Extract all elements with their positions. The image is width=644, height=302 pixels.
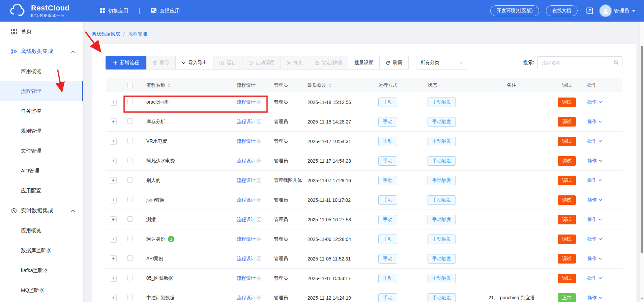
- action-dropdown[interactable]: 操作: [582, 236, 622, 242]
- toolbar-button[interactable]: 批量设置: [348, 56, 380, 70]
- debug-button[interactable]: 调试: [558, 156, 576, 166]
- select-all-checkbox[interactable]: [127, 83, 133, 88]
- chevron-up-icon[interactable]: [71, 210, 75, 212]
- flow-design-link[interactable]: 流程设计: [237, 217, 274, 223]
- status-normal-badge[interactable]: 正常: [558, 293, 576, 302]
- sidebar-item[interactable]: 规则管理: [0, 121, 83, 141]
- action-dropdown[interactable]: 操作: [582, 295, 622, 301]
- scrollbar-down-arrow[interactable]: [641, 298, 643, 300]
- sidebar-item[interactable]: 任务监控: [0, 101, 83, 121]
- flow-design-link[interactable]: 流程设计: [237, 119, 274, 125]
- trash-icon: [153, 60, 157, 65]
- col-modified[interactable]: 最后修改: [308, 82, 326, 88]
- sidebar-item[interactable]: 应用概览: [0, 221, 83, 241]
- action-dropdown[interactable]: 操作: [582, 275, 622, 281]
- debug-button[interactable]: 调试: [558, 254, 576, 264]
- debug-button[interactable]: 调试: [558, 195, 576, 205]
- toolbar-button[interactable]: 启动调度: [242, 56, 281, 70]
- row-checkbox[interactable]: [127, 255, 133, 261]
- sidebar-item[interactable]: 文件管理: [0, 141, 83, 161]
- row-checkbox[interactable]: [127, 158, 133, 163]
- flow-design-link[interactable]: 流程设计: [237, 177, 274, 184]
- action-dropdown[interactable]: 操作: [582, 256, 622, 262]
- expand-row-button[interactable]: +: [110, 177, 117, 184]
- row-checkbox[interactable]: [127, 138, 133, 143]
- expand-row-button[interactable]: +: [110, 275, 117, 282]
- expand-row-button[interactable]: +: [110, 295, 117, 301]
- sidebar-group[interactable]: 实时数据集成: [0, 201, 83, 221]
- debug-button[interactable]: 调试: [558, 98, 576, 107]
- breadcrumb-current[interactable]: 流程管理: [128, 31, 147, 37]
- toolbar-button[interactable]: 运行: [213, 56, 242, 70]
- toolbar-button[interactable]: 停止: [281, 56, 309, 70]
- sidebar-item[interactable]: 首页: [0, 22, 83, 42]
- row-checkbox[interactable]: [127, 216, 133, 222]
- sidebar-group[interactable]: 离线数据集成: [0, 42, 83, 61]
- debug-button[interactable]: 调试: [558, 176, 576, 185]
- row-checkbox[interactable]: [127, 275, 133, 280]
- flow-design-link[interactable]: 流程设计: [237, 275, 274, 281]
- env-badge[interactable]: 开发环境(社区版): [490, 5, 539, 16]
- sidebar-item[interactable]: kafka监听器: [0, 260, 83, 280]
- col-name[interactable]: 流程名称: [146, 82, 165, 88]
- expand-row-button[interactable]: +: [110, 138, 117, 145]
- docs-link[interactable]: 在线文档: [546, 5, 578, 16]
- toolbar-button[interactable]: 删除: [146, 56, 176, 70]
- action-dropdown[interactable]: 操作: [582, 177, 622, 184]
- sidebar-item[interactable]: 应用配置: [0, 181, 83, 201]
- flow-design-link[interactable]: 流程设计: [237, 99, 274, 105]
- row-checkbox[interactable]: [127, 177, 133, 183]
- nav-live-app[interactable]: 直播应用: [148, 8, 182, 14]
- sort-icon[interactable]: [329, 83, 331, 87]
- action-dropdown[interactable]: 操作: [582, 99, 622, 105]
- chevron-up-icon[interactable]: [71, 50, 75, 53]
- sidebar-item[interactable]: 数据库监听器: [0, 241, 83, 260]
- debug-button[interactable]: 调试: [558, 235, 576, 244]
- search-input[interactable]: [537, 56, 622, 69]
- flow-design-link[interactable]: 流程设计: [237, 138, 274, 144]
- row-checkbox[interactable]: [127, 295, 133, 300]
- user-menu[interactable]: 管理员: [600, 5, 635, 17]
- sort-icon[interactable]: [168, 83, 170, 87]
- debug-button[interactable]: 调试: [558, 215, 576, 224]
- share-icon[interactable]: [586, 7, 593, 14]
- row-checkbox[interactable]: [127, 197, 133, 202]
- sidebar-item[interactable]: 流程管理: [0, 81, 83, 101]
- expand-row-button[interactable]: +: [110, 197, 117, 203]
- sidebar-item[interactable]: 应用概览: [0, 61, 83, 81]
- flow-design-link[interactable]: 流程设计: [237, 158, 274, 164]
- row-checkbox[interactable]: [127, 236, 133, 241]
- debug-button[interactable]: 调试: [558, 137, 576, 146]
- debug-button[interactable]: 调试: [558, 117, 576, 127]
- sidebar-item[interactable]: API管理: [0, 161, 83, 181]
- expand-row-button[interactable]: +: [110, 99, 117, 106]
- flow-design-link[interactable]: 流程设计: [237, 256, 274, 262]
- action-dropdown[interactable]: 操作: [582, 217, 622, 223]
- action-dropdown[interactable]: 操作: [582, 158, 622, 164]
- scrollbar-thumb[interactable]: [641, 46, 643, 253]
- row-checkbox[interactable]: [127, 99, 133, 104]
- expand-row-button[interactable]: +: [110, 216, 117, 223]
- toolbar-button[interactable]: 新增流程: [106, 56, 147, 70]
- action-dropdown[interactable]: 操作: [582, 138, 622, 144]
- flow-design-link[interactable]: 流程设计: [237, 197, 274, 203]
- toolbar-button[interactable]: 导入导出: [175, 56, 213, 70]
- toolbar-button[interactable]: 刷新: [379, 56, 409, 70]
- action-dropdown[interactable]: 操作: [582, 119, 622, 125]
- expand-row-button[interactable]: +: [110, 236, 117, 243]
- nav-switch-app[interactable]: 切换应用: [97, 7, 130, 14]
- expand-row-button[interactable]: +: [110, 158, 117, 164]
- action-dropdown[interactable]: 操作: [582, 197, 622, 203]
- flow-design-link[interactable]: 流程设计: [237, 236, 274, 242]
- flow-design-link[interactable]: 流程设计: [237, 295, 274, 301]
- category-select[interactable]: 所有分类: [416, 56, 467, 70]
- debug-button[interactable]: 调试: [558, 274, 576, 283]
- main-content: 离线数据集成 / 流程管理 新增流程 删除 导入导出 运行 启动调度 停止 锁定…: [84, 22, 644, 302]
- toolbar-button[interactable]: 锁定/解锁: [309, 56, 348, 70]
- sidebar-item[interactable]: MQ监听器: [0, 280, 83, 300]
- row-checkbox[interactable]: [127, 118, 133, 124]
- expand-row-button[interactable]: +: [110, 118, 117, 125]
- breadcrumb-parent[interactable]: 离线数据集成: [92, 31, 120, 37]
- expand-row-button[interactable]: +: [110, 255, 117, 262]
- modified-cell: 2025-11-05 16:27:53: [308, 217, 375, 222]
